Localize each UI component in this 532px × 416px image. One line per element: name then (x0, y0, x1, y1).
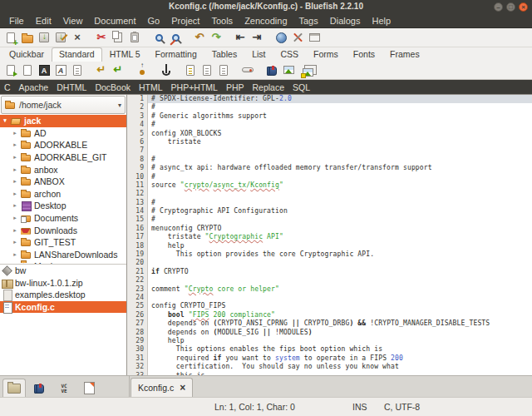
new-file-button[interactable] (2, 30, 19, 46)
paste-button[interactable] (126, 30, 143, 46)
break-clear-button[interactable]: ↵ (110, 62, 126, 78)
find-button[interactable] (150, 30, 167, 46)
close-document-button[interactable]: × (69, 30, 86, 46)
quickbar-tab-formatting[interactable]: Formatting (148, 47, 204, 61)
menu-item-dialogs[interactable]: Dialogs (324, 15, 367, 27)
tree-item-anbox[interactable]: ▸anbox (0, 163, 126, 176)
expander-icon[interactable]: ▸ (12, 202, 18, 209)
menu-item-view[interactable]: View (57, 15, 89, 27)
expander-icon[interactable]: ▸ (12, 141, 18, 148)
tree-item-desktop[interactable]: ▸Desktop (0, 200, 126, 212)
file-item-bw-linux-1-0-1-zip[interactable]: bw-linux-1.0.1.zip (0, 277, 126, 290)
menu-item-project[interactable]: Project (165, 15, 205, 27)
paragraph-button[interactable] (69, 62, 86, 78)
tree-item-anbox[interactable]: ▸ANBOX (0, 176, 126, 188)
tree-item-lansharedownloads[interactable]: ▸LANShareDownloads (0, 249, 126, 261)
directory-tree[interactable]: ▾jack▸AD▸ADORKABLE▸ADORKABLE_GIT▸anbox▸A… (0, 115, 126, 265)
comment-button[interactable] (182, 62, 199, 78)
indent-button[interactable]: ⇥ (249, 30, 265, 46)
expander-icon[interactable]: ▸ (12, 166, 18, 173)
image-button[interactable] (280, 62, 297, 78)
menu-item-file[interactable]: File (3, 15, 30, 27)
center-justify-button[interactable] (199, 62, 215, 78)
tree-item-adorkable[interactable]: ▸ADORKABLE (0, 139, 126, 151)
menu-item-edit[interactable]: Edit (30, 15, 57, 27)
redo-button[interactable]: ↷ (208, 30, 224, 46)
quickbar-tab-forms[interactable]: Forms (306, 47, 346, 61)
tree-item-downloads[interactable]: ▸Downloads (0, 224, 126, 236)
directory-dropdown[interactable]: /home/jack ▾ (1, 96, 126, 114)
quickbar-tab-css[interactable]: CSS (273, 47, 306, 61)
italic-button[interactable]: A (52, 62, 69, 78)
quickbar-tab-list[interactable]: List (244, 47, 273, 61)
file-item-examples-desktop[interactable]: examples.desktop (0, 289, 126, 301)
code-area[interactable]: # SPDX-License-Identifier: GPL-2.0## Gen… (148, 95, 532, 375)
lang-item-replace[interactable]: Replace (253, 82, 292, 92)
tree-item-adorkable-git[interactable]: ▸ADORKABLE_GIT (0, 151, 126, 164)
non-breaking-space-button[interactable] (134, 62, 150, 78)
cut-button[interactable]: ✂ (93, 30, 110, 46)
file-item-kconfig-c[interactable]: Kconfig.c (0, 301, 126, 314)
quickbar-tab-tables[interactable]: Tables (204, 47, 244, 61)
floating-window-button[interactable] (306, 30, 323, 46)
preferences-button[interactable] (289, 30, 306, 46)
menu-item-tools[interactable]: Tools (205, 15, 239, 27)
lang-item-dhtml[interactable]: DHTML (57, 82, 93, 92)
quickbar-tab-fonts[interactable]: Fonts (346, 47, 382, 61)
multi-thumbnail-button[interactable] (297, 62, 313, 78)
bold-button[interactable]: A (36, 62, 52, 78)
menu-item-zencoding[interactable]: Zencoding (239, 15, 293, 27)
lang-item-html[interactable]: HTML (139, 82, 170, 92)
quickbar-tab-quickbar[interactable]: Quickbar (2, 47, 52, 61)
sidebar-tab-character-map[interactable]: VC VE (52, 379, 76, 397)
expander-icon[interactable]: ▸ (12, 191, 18, 197)
expander-icon[interactable]: ▸ (12, 178, 18, 185)
sidebar-tab-file-browser[interactable] (2, 379, 26, 397)
tree-item-archon[interactable]: ▸archon (0, 188, 126, 201)
close-icon[interactable]: × (519, 2, 528, 12)
editor[interactable]: 1234567891011121314151617181920212223242… (127, 95, 532, 375)
expander-icon[interactable]: ▸ (12, 130, 18, 136)
break-button[interactable]: ↵ (93, 62, 110, 78)
body-button[interactable] (19, 62, 36, 78)
expander-icon[interactable]: ▸ (12, 215, 18, 221)
expander-icon[interactable]: ▾ (2, 117, 8, 124)
tree-item-documents[interactable]: ▸Documents (0, 212, 126, 225)
menu-item-document[interactable]: Document (88, 15, 141, 27)
lang-item-apache[interactable]: Apache (19, 82, 56, 92)
lang-item-c[interactable]: C (4, 82, 17, 92)
tree-item-git-test[interactable]: ▸GIT_TEST (0, 236, 126, 249)
document-tab-kconfig[interactable]: Kconfig.c × (131, 378, 193, 397)
tree-item-jack[interactable]: ▾jack (0, 115, 126, 127)
expander-icon[interactable]: ▸ (12, 251, 18, 258)
menu-item-go[interactable]: Go (142, 15, 166, 27)
preview-in-browser-button[interactable] (273, 30, 289, 46)
sidebar-tab-snippets[interactable] (77, 379, 101, 397)
tab-close-icon[interactable]: × (180, 383, 185, 393)
save-button[interactable] (36, 30, 52, 46)
copy-button[interactable] (110, 30, 126, 46)
rule-button[interactable] (239, 62, 256, 78)
quickbar-tab-html-5[interactable]: HTML 5 (102, 47, 148, 61)
anchor-button[interactable] (158, 62, 175, 78)
unindent-button[interactable]: ⇤ (232, 30, 249, 46)
sidebar-tab-bookmarks[interactable] (27, 379, 51, 397)
save-as-button[interactable] (52, 30, 69, 46)
open-file-button[interactable] (19, 30, 36, 46)
quickstart-button[interactable] (2, 62, 19, 78)
lang-item-sql[interactable]: SQL (293, 82, 317, 92)
menu-item-tags[interactable]: Tags (293, 15, 324, 27)
expander-icon[interactable]: ▸ (12, 154, 18, 161)
maximize-icon[interactable]: □ (506, 2, 515, 12)
lang-item-docbook[interactable]: DocBook (95, 82, 137, 92)
expander-icon[interactable]: ▸ (12, 239, 18, 245)
undo-button[interactable]: ↶ (191, 30, 208, 46)
file-list[interactable]: bwbw-linux-1.0.1.zipexamples.desktopKcon… (0, 265, 126, 375)
expander-icon[interactable]: ▸ (12, 227, 18, 234)
file-item-bw[interactable]: bw (0, 265, 126, 277)
quickbar-tab-standard[interactable]: Standard (52, 47, 102, 62)
titlebar[interactable]: Kconfig.c (/home/jack/Kconfig.c) - Bluef… (0, 0, 532, 14)
lang-item-php[interactable]: PHP (226, 82, 251, 92)
right-justify-button[interactable] (215, 62, 232, 78)
tree-item-ad[interactable]: ▸AD (0, 127, 126, 140)
